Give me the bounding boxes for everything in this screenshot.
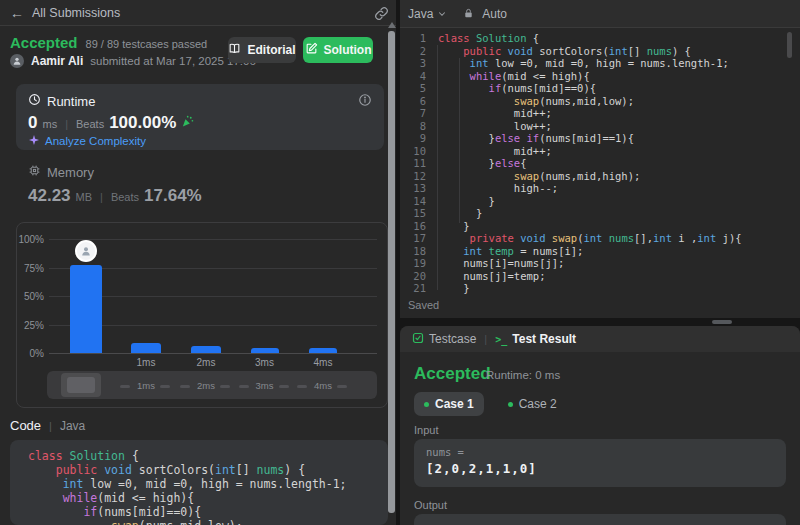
editor-scrollbar[interactable] (787, 32, 792, 58)
minimap-dash (239, 385, 249, 388)
line-number: 14 (400, 195, 426, 208)
sparkle-icon (28, 134, 40, 148)
horizontal-panel-divider[interactable] (400, 318, 800, 326)
minimap-handle[interactable] (67, 377, 95, 393)
case-tabs: Case 1Case 2 (414, 392, 567, 416)
code-line-10[interactable]: 10 mid++; (400, 145, 742, 158)
editorial-button[interactable]: Editorial (228, 37, 296, 63)
line-number: 7 (400, 107, 426, 120)
editor-toolbar: Java Auto (400, 0, 800, 28)
code-line-1[interactable]: 1class Solution { (400, 32, 742, 45)
submitted-code-card[interactable]: class Solution { public void sortColors(… (10, 440, 388, 525)
code-line-20[interactable]: 20 nums[j]=temp; (400, 270, 742, 283)
user-runtime-marker (75, 240, 97, 262)
code-line-6[interactable]: 6 swap(nums,mid,low); (400, 95, 742, 108)
copy-link-icon[interactable] (374, 6, 390, 22)
info-icon[interactable] (358, 93, 372, 111)
line-number: 13 (400, 182, 426, 195)
x-tick-3ms: 3ms (245, 357, 285, 368)
code-line-14[interactable]: 14 } (400, 195, 742, 208)
runtime-card-title-row: Runtime (28, 93, 95, 109)
runtime-bar-1ms[interactable] (131, 343, 161, 353)
memory-value-row: 42.23 MB | Beats 17.64% (28, 186, 202, 206)
input-box[interactable]: nums = [2,0,2,1,1,0] (414, 439, 786, 487)
case-tab-1[interactable]: Case 1 (414, 392, 484, 416)
runtime-beats-label: Beats (76, 118, 104, 130)
line-number: 18 (400, 245, 426, 258)
edit-square-icon (305, 42, 318, 58)
minimap-dash (337, 385, 347, 388)
code-line-16[interactable]: 16 } (400, 220, 742, 233)
runtime-value-row: 0 ms | Beats 100.00% (28, 113, 194, 133)
back-arrow-icon[interactable]: ← (10, 6, 24, 20)
code-editor-panel: Java Auto 1class Solution {2 public void… (400, 0, 800, 318)
code-line-5[interactable]: 5 if(nums[mid]==0){ (400, 82, 742, 95)
code-line-3[interactable]: 3 int low =0, mid =0, high = nums.length… (400, 57, 742, 70)
line-number: 21 (400, 282, 426, 295)
editor-code-lines[interactable]: 1class Solution {2 public void sortColor… (400, 32, 742, 295)
all-submissions-title[interactable]: All Submissions (32, 6, 120, 20)
code-line-12[interactable]: 12 swap(nums,mid,high); (400, 170, 742, 183)
code-line-2[interactable]: 2 public void sortColors(int[] nums) { (400, 45, 742, 58)
memory-card[interactable]: Memory 42.23 MB | Beats 17.64% (16, 160, 384, 212)
runtime-card[interactable]: Runtime 0 ms | Beats 100.00% Analyze Com… (16, 84, 384, 150)
author-name[interactable]: Aamir Ali (31, 54, 83, 68)
memory-beats-label: Beats (111, 191, 139, 203)
code-line-9[interactable]: 9 }else if(nums[mid]==1){ (400, 132, 742, 145)
code-line-18[interactable]: 18 int temp = nums[i]; (400, 245, 742, 258)
case-tab-2[interactable]: Case 2 (498, 392, 567, 416)
code-line-11[interactable]: 11 }else{ (400, 157, 742, 170)
result-runtime: Runtime: 0 ms (486, 369, 560, 381)
code-line-21[interactable]: 21 } (400, 282, 742, 295)
code-language-label: Java (60, 419, 85, 433)
output-label: Output (414, 499, 447, 511)
x-tick-4ms: 4ms (303, 357, 343, 368)
minimap-dash (279, 385, 289, 388)
line-number: 17 (400, 232, 426, 245)
code-line-13[interactable]: 13 high--; (400, 182, 742, 195)
chevron-down-icon[interactable] (437, 5, 447, 23)
code-line-17[interactable]: 17 private void swap(int nums[],int i ,i… (400, 232, 742, 245)
preview-code-line-3: int low =0, mid =0, high = nums.length-1… (28, 477, 347, 491)
preview-code-line-1: class Solution { (28, 449, 347, 463)
runtime-bar-4ms[interactable] (309, 348, 337, 353)
auto-mode-label[interactable]: Auto (482, 7, 507, 21)
panel-drag-handle[interactable] (712, 320, 732, 324)
clock-icon (28, 93, 41, 109)
tab-test-result[interactable]: >_ Test Result (495, 332, 576, 346)
runtime-bar-2ms[interactable] (191, 346, 221, 353)
code-line-4[interactable]: 4 while(mid <= high){ (400, 70, 742, 83)
solution-button[interactable]: Solution (303, 37, 373, 63)
y-tick: 100% (17, 234, 44, 245)
runtime-distribution-chart: 100%75%50%25%0% 1ms2ms3ms4ms 1ms2ms3ms4m… (16, 222, 388, 408)
code-line-8[interactable]: 8 low++; (400, 120, 742, 133)
test-panel-tabs: Testcase | >_ Test Result (400, 326, 800, 352)
gridline (49, 239, 377, 240)
runtime-bar-0ms[interactable] (70, 265, 102, 353)
language-selector[interactable]: Java (408, 7, 433, 21)
analyze-complexity-link[interactable]: Analyze Complexity (28, 134, 146, 148)
memory-chip-icon (28, 164, 41, 180)
memory-beats-value: 17.64% (144, 186, 202, 206)
chart-minimap[interactable]: 1ms2ms3ms4ms (47, 371, 377, 399)
line-number: 5 (400, 82, 426, 95)
line-number: 2 (400, 45, 426, 58)
code-line-19[interactable]: 19 nums[i]=nums[j]; (400, 257, 742, 270)
preview-code-line-6: swap(nums,mid,low); (28, 519, 347, 525)
minimap-dash (160, 385, 170, 388)
case-label: Case 1 (435, 397, 474, 411)
code-line-15[interactable]: 15 } (400, 207, 742, 220)
scrollbar-up-arrow[interactable] (388, 22, 396, 28)
tab-testcase[interactable]: Testcase (412, 332, 476, 347)
minimap-selection[interactable] (61, 373, 101, 397)
code-label: Code (10, 418, 41, 433)
y-tick: 25% (17, 320, 44, 331)
runtime-bar-3ms[interactable] (251, 348, 279, 353)
left-panel-scrollbar[interactable] (388, 31, 395, 513)
output-box[interactable] (414, 514, 786, 525)
code-line-7[interactable]: 7 mid++; (400, 107, 742, 120)
line-number: 8 (400, 120, 426, 133)
line-number: 6 (400, 95, 426, 108)
submission-detail-panel: ← All Submissions Accepted 89 / 89 testc… (0, 0, 396, 525)
author-avatar[interactable] (10, 54, 24, 68)
